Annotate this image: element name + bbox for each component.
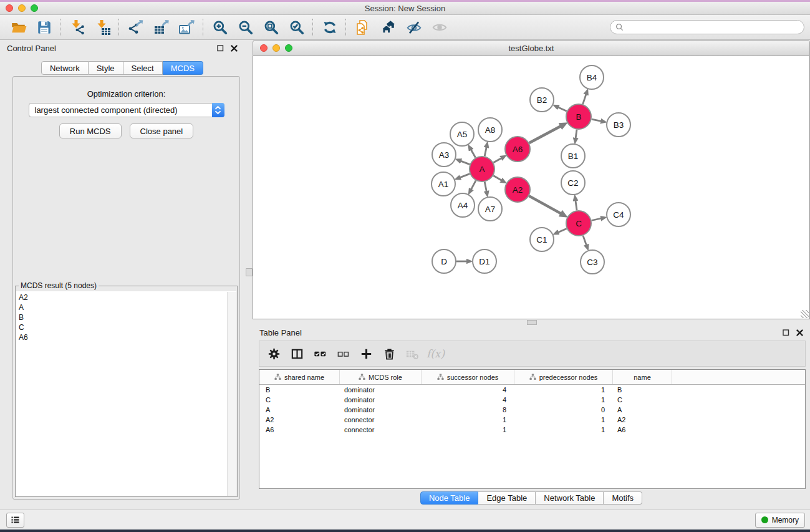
graph-edge-A6-B[interactable]	[529, 126, 561, 143]
graph-edge-A-A6[interactable]	[493, 158, 501, 163]
network-graph[interactable]: B4B2BB3A8A5A6A3B1AA1C2A2A4A7C4CC1DD1C3	[253, 56, 809, 319]
resize-grip-icon[interactable]	[801, 310, 809, 318]
column-header-label: shared name	[284, 374, 324, 381]
graph-edge-A2-C[interactable]	[529, 196, 561, 214]
result-scrollbar[interactable]	[227, 292, 236, 496]
hide-panels-button[interactable]	[401, 17, 427, 37]
settings-button[interactable]	[263, 344, 286, 363]
import-table-button[interactable]	[90, 17, 115, 37]
close-window-button[interactable]	[6, 4, 13, 12]
column-header-successor-nodes[interactable]: successor nodes	[422, 370, 514, 384]
graph-edge-C-C2[interactable]	[576, 200, 577, 211]
graph-edge-A-A1[interactable]	[460, 174, 470, 178]
home-button[interactable]	[375, 17, 401, 37]
table-row[interactable]: Adominator80A	[259, 405, 805, 415]
zoom-in-button[interactable]	[207, 17, 233, 37]
tab-network[interactable]: Network	[41, 61, 89, 75]
close-panel-icon[interactable]	[231, 45, 238, 52]
create-column-button[interactable]	[355, 344, 378, 363]
column-header-mcds-role[interactable]: MCDS role	[340, 370, 422, 384]
mcds-result-item[interactable]: A6	[16, 332, 236, 342]
table-row[interactable]: A2connector11A2	[259, 415, 805, 425]
graph-edge-A-A4[interactable]	[471, 181, 476, 190]
minimize-window-button[interactable]	[18, 4, 26, 12]
save-session-button[interactable]	[31, 17, 57, 37]
mcds-result-item[interactable]: C	[16, 322, 236, 332]
zoom-out-icon	[238, 19, 254, 36]
graph-edge-B-B3[interactable]	[592, 119, 602, 121]
graph-edge-C-C4[interactable]	[592, 218, 602, 221]
zoom-window-button[interactable]	[31, 4, 38, 12]
graph-edge-B-B1[interactable]	[576, 130, 577, 139]
float-panel-icon[interactable]	[783, 329, 789, 336]
tab-motifs[interactable]: Motifs	[604, 491, 642, 505]
graph-edge-A-A5[interactable]	[471, 149, 476, 158]
task-history-button[interactable]	[6, 513, 24, 528]
graph-node-label: C3	[587, 258, 597, 267]
tab-style[interactable]: Style	[89, 61, 123, 75]
graph-edge-A-A2[interactable]	[493, 176, 502, 181]
column-header-name[interactable]: name	[613, 370, 672, 384]
table-cell: 1	[514, 426, 613, 433]
splitter-grip[interactable]	[527, 320, 537, 325]
export-image-icon	[179, 19, 195, 36]
control-panel: Control Panel NetworkStyleSelectMCDS Opt…	[0, 40, 244, 510]
search-field[interactable]	[610, 20, 804, 34]
zoom-network-button[interactable]	[285, 44, 292, 52]
splitter-grip[interactable]	[246, 268, 253, 276]
export-network-button[interactable]	[123, 17, 148, 37]
graph-edge-A-A3[interactable]	[460, 161, 470, 165]
export-table-button[interactable]	[148, 17, 174, 37]
deselect-all-button[interactable]	[332, 344, 355, 363]
graph-edge-C-C1[interactable]	[558, 229, 567, 233]
mcds-result-item[interactable]: A	[16, 302, 236, 312]
zoom-selected-button[interactable]	[284, 17, 309, 37]
column-header-predecessor-nodes[interactable]: predecessor nodes	[514, 370, 613, 384]
close-network-button[interactable]	[260, 44, 268, 52]
table-row[interactable]: A6connector11A6	[259, 425, 805, 435]
graph-edge-A-A7[interactable]	[485, 182, 486, 192]
table-cell: A6	[259, 426, 340, 433]
network-window-titlebar[interactable]: testGlobe.txt	[253, 40, 810, 56]
select-all-button[interactable]	[309, 344, 332, 363]
tab-network-table[interactable]: Network Table	[536, 491, 604, 505]
column-header-shared-name[interactable]: shared name	[259, 370, 340, 384]
desktop-background-bottom	[0, 530, 810, 532]
table-cell: A	[613, 406, 672, 414]
search-input[interactable]	[627, 22, 799, 32]
toolbar-separator	[203, 19, 204, 36]
table-row[interactable]: Bdominator41B	[259, 385, 805, 395]
mcds-result-item[interactable]: A2	[16, 293, 236, 302]
graph-edge-C-C3[interactable]	[583, 236, 587, 246]
table-cell: connector	[340, 426, 422, 433]
network-canvas[interactable]: B4B2BB3A8A5A6A3B1AA1C2A2A4A7C4CC1DD1C3	[253, 56, 810, 319]
mcds-result-item[interactable]: B	[16, 312, 236, 322]
memory-button[interactable]: Memory	[755, 513, 805, 528]
optimization-criterion-select[interactable]: largest connected component (directed)	[29, 103, 224, 117]
vertical-splitter[interactable]	[244, 40, 253, 510]
close-panel-icon[interactable]	[796, 329, 803, 336]
delete-column-button[interactable]	[378, 344, 401, 363]
tab-edge-table[interactable]: Edge Table	[478, 491, 536, 505]
zoom-fit-button[interactable]	[258, 17, 284, 37]
run-mcds-button[interactable]: Run MCDS	[59, 123, 122, 138]
graph-node-label: A	[479, 165, 485, 174]
table-row[interactable]: Cdominator41C	[259, 395, 805, 405]
graph-edge-A-A8[interactable]	[485, 147, 486, 156]
horizontal-splitter[interactable]	[253, 319, 810, 324]
refresh-button[interactable]	[317, 17, 342, 37]
graph-edge-B-B2[interactable]	[558, 107, 567, 112]
graph-edge-B-B4[interactable]	[583, 94, 587, 105]
new-network-button[interactable]	[350, 17, 375, 37]
export-image-button[interactable]	[174, 17, 200, 37]
close-panel-button[interactable]: Close panel	[130, 123, 194, 138]
tab-select[interactable]: Select	[123, 61, 163, 75]
zoom-out-button[interactable]	[233, 17, 258, 37]
tab-mcds[interactable]: MCDS	[163, 61, 203, 75]
split-panel-button[interactable]	[286, 344, 309, 363]
float-panel-icon[interactable]	[217, 45, 224, 52]
open-session-button[interactable]	[6, 17, 31, 37]
import-network-button[interactable]	[64, 17, 90, 37]
minimize-network-button[interactable]	[272, 44, 280, 52]
tab-node-table[interactable]: Node Table	[420, 491, 479, 505]
